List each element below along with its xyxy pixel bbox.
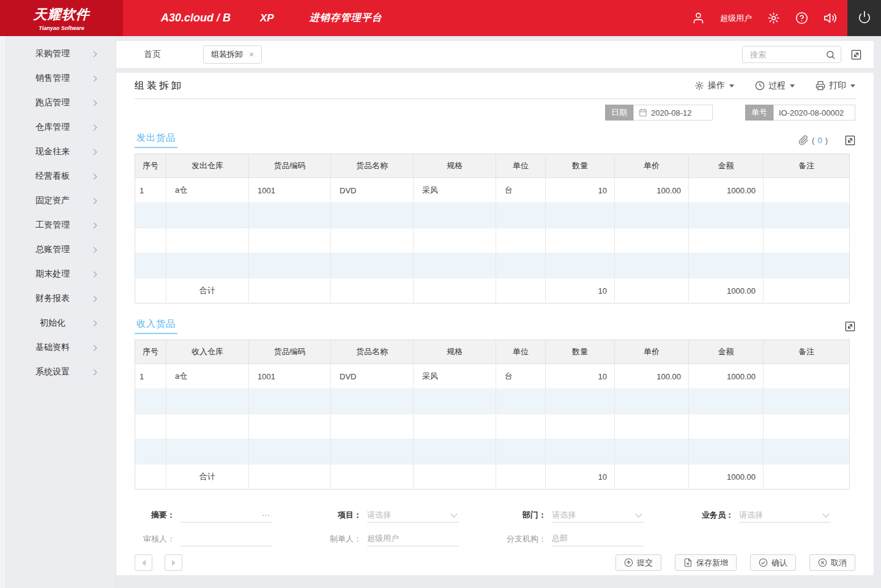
process-dropdown-button[interactable]: 过程 — [755, 80, 795, 91]
cell[interactable] — [135, 439, 166, 464]
cell[interactable] — [331, 439, 414, 464]
cell[interactable]: 1 — [135, 364, 166, 389]
creator-input[interactable] — [367, 534, 459, 543]
cell[interactable] — [496, 389, 546, 414]
cell[interactable] — [546, 253, 615, 278]
cell[interactable] — [615, 389, 689, 414]
cell[interactable]: 1000.00 — [689, 364, 764, 389]
cell[interactable]: 采风 — [414, 364, 496, 389]
cell[interactable] — [414, 228, 496, 253]
save-new-button[interactable]: 保存新增 — [675, 554, 737, 571]
cell[interactable] — [689, 203, 764, 228]
fullscreen-expand-icon[interactable] — [851, 50, 861, 60]
confirm-button[interactable]: 确认 — [750, 554, 796, 571]
cell[interactable] — [414, 414, 496, 439]
cell[interactable] — [414, 389, 496, 414]
cell[interactable] — [546, 228, 615, 253]
sidebar-item-general-ledger[interactable]: 总账管理 — [0, 237, 116, 262]
cell[interactable]: 100.00 — [615, 178, 689, 203]
project-select[interactable] — [367, 510, 459, 519]
issue-table-expand-icon[interactable] — [845, 135, 855, 146]
cell[interactable] — [135, 389, 166, 414]
cell[interactable] — [249, 228, 331, 253]
reviewer-input[interactable] — [180, 534, 272, 543]
cell[interactable] — [166, 228, 249, 253]
cell[interactable] — [764, 203, 850, 228]
cell[interactable] — [764, 253, 850, 278]
cell[interactable]: DVD — [331, 364, 414, 389]
cell[interactable]: 1001 — [249, 364, 331, 389]
cell[interactable]: 1001 — [249, 178, 331, 203]
tab-home[interactable]: 首页 — [144, 49, 161, 60]
cell[interactable]: 100.00 — [615, 364, 689, 389]
cell[interactable] — [615, 439, 689, 464]
cell[interactable] — [331, 389, 414, 414]
cell[interactable] — [331, 253, 414, 278]
sidebar-item-period-end[interactable]: 期末处理 — [0, 262, 116, 286]
cell[interactable]: 台 — [496, 178, 546, 203]
calendar-icon[interactable] — [639, 108, 647, 117]
branch-input[interactable] — [552, 534, 644, 543]
sidebar-item-financial-reports[interactable]: 财务报表 — [0, 286, 116, 311]
cell[interactable] — [249, 253, 331, 278]
cell[interactable] — [414, 203, 496, 228]
receive-section-title[interactable]: 收入货品 — [135, 318, 177, 334]
help-icon[interactable] — [795, 12, 808, 24]
cell[interactable] — [249, 389, 331, 414]
cell[interactable] — [166, 203, 249, 228]
cell[interactable] — [689, 389, 764, 414]
prev-record-button[interactable] — [135, 554, 152, 571]
attachment-button[interactable]: (0) — [798, 135, 828, 146]
cell[interactable] — [414, 439, 496, 464]
cell[interactable]: 10 — [546, 364, 615, 389]
cell[interactable] — [135, 414, 166, 439]
sidebar-item-system-settings[interactable]: 系统设置 — [0, 360, 116, 384]
cell[interactable]: 台 — [496, 364, 546, 389]
cell[interactable] — [615, 228, 689, 253]
cell[interactable] — [615, 203, 689, 228]
department-select[interactable] — [552, 510, 644, 519]
next-record-button[interactable] — [165, 554, 182, 571]
salesman-select[interactable] — [739, 510, 831, 519]
cell[interactable] — [764, 414, 850, 439]
cell[interactable] — [689, 414, 764, 439]
cell[interactable] — [546, 439, 615, 464]
cell[interactable] — [249, 414, 331, 439]
cell[interactable] — [764, 389, 850, 414]
speaker-icon[interactable] — [823, 11, 838, 25]
search-input[interactable] — [750, 50, 825, 59]
cell[interactable] — [496, 253, 546, 278]
cell[interactable] — [764, 439, 850, 464]
cell[interactable]: a仓 — [166, 178, 249, 203]
date-input[interactable] — [651, 108, 707, 117]
cell[interactable] — [546, 389, 615, 414]
cell[interactable]: 采风 — [414, 178, 496, 203]
sidebar-item-initialization[interactable]: 初始化 — [0, 311, 116, 335]
cell[interactable] — [166, 389, 249, 414]
cell[interactable] — [166, 439, 249, 464]
cell[interactable] — [331, 414, 414, 439]
cell[interactable] — [546, 203, 615, 228]
cell[interactable] — [615, 253, 689, 278]
cell[interactable]: a仓 — [166, 364, 249, 389]
logout-power-button[interactable] — [847, 0, 881, 36]
close-icon[interactable]: × — [249, 50, 254, 59]
cell[interactable] — [135, 253, 166, 278]
cell[interactable] — [249, 439, 331, 464]
cell[interactable] — [546, 414, 615, 439]
cell[interactable] — [689, 439, 764, 464]
summary-input[interactable] — [180, 510, 272, 519]
cell[interactable] — [689, 228, 764, 253]
operate-dropdown-button[interactable]: 操作 — [694, 80, 734, 91]
cell[interactable] — [496, 439, 546, 464]
cell[interactable] — [166, 414, 249, 439]
cell[interactable] — [135, 203, 166, 228]
doc-number-input[interactable] — [779, 108, 850, 117]
sidebar-item-base-data[interactable]: 基础资料 — [0, 335, 116, 360]
sidebar-item-store-visits[interactable]: 跑店管理 — [0, 91, 116, 115]
settings-gear-icon[interactable] — [767, 12, 780, 24]
cell[interactable] — [689, 253, 764, 278]
cell[interactable] — [249, 203, 331, 228]
issue-section-title[interactable]: 发出货品 — [135, 132, 177, 148]
cell[interactable] — [496, 228, 546, 253]
